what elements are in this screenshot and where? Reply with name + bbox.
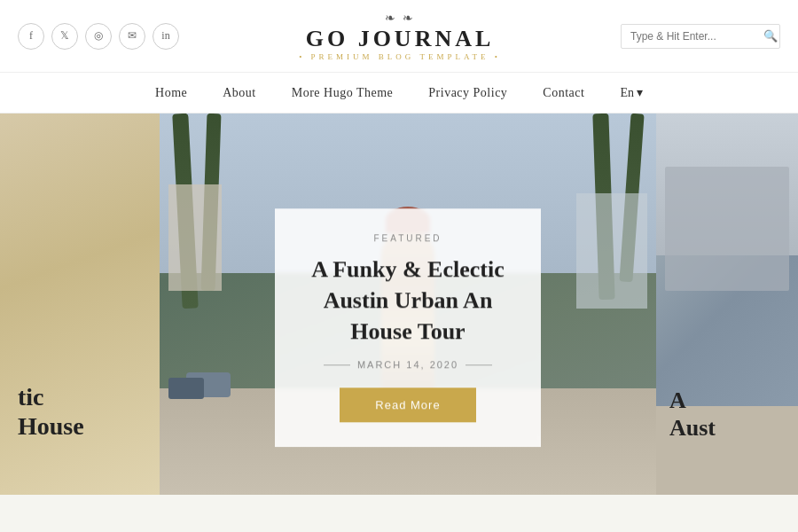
logo-title[interactable]: GO JOURNAL: [179, 26, 621, 52]
logo-subtitle: • PREMIUM BLOG TEMPLATE •: [179, 52, 621, 61]
search-input[interactable]: [630, 30, 763, 43]
chevron-down-icon: ▾: [637, 85, 643, 100]
main-nav: Home About More Hugo Theme Privacy Polic…: [0, 73, 798, 113]
email-icon[interactable]: ✉: [119, 23, 145, 50]
featured-card-overlay: FEATURED A Funky & Eclectic Austin Urban…: [275, 208, 541, 447]
instagram-icon[interactable]: ◎: [85, 23, 112, 50]
language-selector[interactable]: En ▾: [620, 85, 643, 100]
featured-date: MARCH 14, 2020: [307, 360, 509, 371]
facebook-icon[interactable]: f: [18, 23, 44, 50]
card-left: tic House: [0, 113, 160, 495]
lang-label: En: [620, 86, 634, 100]
featured-title: A Funky & Eclectic Austin Urban An House…: [307, 254, 509, 347]
nav-item-home[interactable]: Home: [155, 86, 187, 100]
social-icons-group: f 𝕏 ◎ ✉ in: [18, 23, 179, 50]
site-header: f 𝕏 ◎ ✉ in ❧ ❧ GO JOURNAL • PREMIUM BLOG…: [0, 0, 798, 73]
featured-area: tic House: [0, 113, 798, 495]
card-right: A Aust: [656, 113, 798, 495]
search-icon[interactable]: 🔍: [763, 29, 778, 43]
card-center: FEATURED A Funky & Eclectic Austin Urban…: [160, 113, 656, 495]
twitter-icon[interactable]: 𝕏: [51, 23, 78, 50]
search-bar[interactable]: 🔍: [621, 24, 780, 49]
featured-label: FEATURED: [307, 233, 509, 243]
nav-item-contact[interactable]: Contact: [543, 86, 584, 100]
card-left-title: tic House: [18, 382, 160, 442]
card-right-title: A Aust: [669, 387, 798, 442]
logo-leaf-decoration: ❧ ❧: [179, 11, 621, 26]
read-more-button[interactable]: Read More: [340, 388, 475, 423]
card-right-content: A Aust: [669, 387, 798, 442]
nav-item-privacy[interactable]: Privacy Policy: [428, 86, 507, 100]
nav-item-more-hugo[interactable]: More Hugo Theme: [292, 86, 394, 100]
card-left-content: tic House: [18, 382, 160, 442]
linkedin-icon[interactable]: in: [153, 23, 179, 50]
nav-item-about[interactable]: About: [223, 86, 256, 100]
logo: ❧ ❧ GO JOURNAL • PREMIUM BLOG TEMPLATE •: [179, 11, 621, 61]
